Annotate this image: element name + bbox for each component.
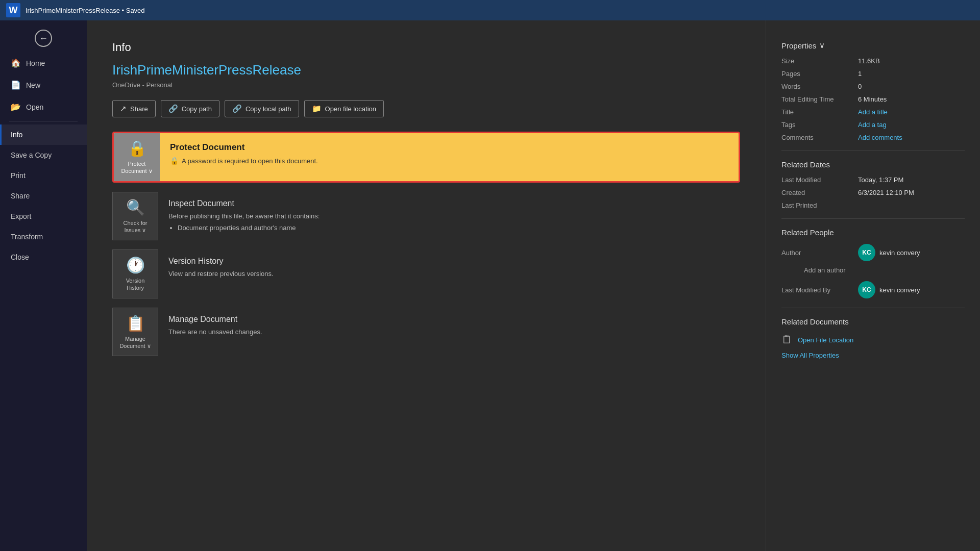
protect-lock-icon: 🔒 xyxy=(170,157,179,165)
version-history-title: Version History xyxy=(168,257,274,266)
props-label-created: Created xyxy=(781,189,853,196)
copy-path-label: Copy path xyxy=(182,105,212,113)
props-value-tags[interactable]: Add a tag xyxy=(858,121,887,129)
props-label-editing-time: Total Editing Time xyxy=(781,95,853,103)
protect-description: 🔒 A password is required to open this do… xyxy=(170,157,318,165)
properties-panel: Properties ∨ Size 11.6KB Pages 1 Words 0… xyxy=(766,20,980,551)
props-value-size: 11.6KB xyxy=(858,57,880,65)
props-row-words: Words 0 xyxy=(781,83,965,90)
home-icon: 🏠 xyxy=(11,58,21,68)
props-row-title: Title Add a title xyxy=(781,108,965,116)
properties-chevron: ∨ xyxy=(819,41,825,50)
props-label-last-modified: Last Modified xyxy=(781,176,853,184)
author-name: kevin convery xyxy=(879,249,920,257)
protect-document-button[interactable]: 🔒 ProtectDocument ∨ xyxy=(114,133,160,181)
add-author-link[interactable]: Add an author xyxy=(804,266,965,274)
sidebar-item-transform[interactable]: Transform xyxy=(0,227,87,247)
props-label-tags: Tags xyxy=(781,121,853,129)
open-icon: 📂 xyxy=(11,102,21,112)
sidebar-item-export[interactable]: Export xyxy=(0,206,87,227)
titlebar-title: IrishPrimeMinisterPressRelease • Saved xyxy=(26,7,145,14)
props-value-comments[interactable]: Add comments xyxy=(858,134,902,141)
sidebar-divider-1 xyxy=(9,121,78,121)
sidebar-item-save-copy[interactable]: Save a Copy xyxy=(0,145,87,165)
sidebar-label-transform: Transform xyxy=(11,233,43,241)
copy-path-button[interactable]: 🔗 Copy path xyxy=(161,100,219,117)
open-file-location-link[interactable]: Open File Location xyxy=(798,336,853,344)
show-all-properties-link[interactable]: Show All Properties xyxy=(781,352,965,359)
props-label-comments: Comments xyxy=(781,134,853,141)
manage-document-button[interactable]: 📋 ManageDocument ∨ xyxy=(112,308,158,357)
props-divider-2 xyxy=(781,218,965,219)
manage-doc-icon: 📋 xyxy=(126,314,145,332)
copy-local-path-icon: 🔗 xyxy=(232,104,242,113)
sidebar: ← 🏠 Home 📄 New 📂 Open Info Save a Copy P… xyxy=(0,20,87,551)
check-for-issues-button[interactable]: 🔍 Check forIssues ∨ xyxy=(112,192,158,241)
related-docs-title: Related Documents xyxy=(781,317,965,326)
inspect-icon-label: Check forIssues ∨ xyxy=(123,219,147,234)
open-file-location-button[interactable]: 📁 Open file location xyxy=(304,100,384,117)
new-icon: 📄 xyxy=(11,80,21,90)
last-modified-by-avatar: KC xyxy=(858,281,875,298)
protect-document-content: Protect Document 🔒 A password is require… xyxy=(160,133,328,181)
sidebar-label-new: New xyxy=(26,81,40,89)
sidebar-item-home[interactable]: 🏠 Home xyxy=(0,52,87,74)
copy-local-path-label: Copy local path xyxy=(246,105,291,113)
version-history-button[interactable]: 🕐 VersionHistory xyxy=(112,249,158,298)
sidebar-item-close[interactable]: Close xyxy=(0,247,87,267)
props-row-pages: Pages 1 xyxy=(781,70,965,78)
sidebar-label-home: Home xyxy=(26,59,45,67)
protect-document-card: 🔒 ProtectDocument ∨ Protect Document 🔒 A… xyxy=(112,132,740,183)
page-title: Info xyxy=(112,41,740,54)
related-people-title: Related People xyxy=(781,228,965,237)
share-btn-icon: ↗ xyxy=(120,104,127,113)
open-file-loc-icon: 📁 xyxy=(312,104,322,113)
props-label-author: Author xyxy=(781,249,853,257)
related-doc-row: 🗒 Open File Location xyxy=(781,333,965,346)
copy-local-path-button[interactable]: 🔗 Copy local path xyxy=(225,100,299,117)
inspect-description: Before publishing this file, be aware th… xyxy=(168,211,320,233)
sidebar-item-share[interactable]: Share xyxy=(0,186,87,206)
props-label-size: Size xyxy=(781,57,853,65)
last-modified-by-name: kevin convery xyxy=(879,286,920,294)
protect-title: Protect Document xyxy=(170,142,318,153)
props-divider-1 xyxy=(781,151,965,151)
manage-document-content: Manage Document There are no unsaved cha… xyxy=(158,308,273,344)
props-label-last-printed: Last Printed xyxy=(781,202,853,209)
sidebar-label-close: Close xyxy=(11,253,29,261)
props-value-last-modified: Today, 1:37 PM xyxy=(858,176,903,184)
sidebar-label-print: Print xyxy=(11,171,26,180)
sidebar-label-save-copy: Save a Copy xyxy=(11,151,52,159)
sidebar-label-info: Info xyxy=(11,131,22,139)
lock-icon: 🔒 xyxy=(128,139,146,157)
word-icon: W xyxy=(6,3,20,17)
copy-path-icon: 🔗 xyxy=(168,104,178,113)
author-info: KC kevin convery xyxy=(858,244,920,261)
props-row-size: Size 11.6KB xyxy=(781,57,965,65)
props-label-pages: Pages xyxy=(781,70,853,78)
manage-doc-title: Manage Document xyxy=(168,315,262,324)
manage-doc-description: There are no unsaved changes. xyxy=(168,327,262,337)
props-row-editing-time: Total Editing Time 6 Minutes xyxy=(781,95,965,103)
props-label-title: Title xyxy=(781,108,853,116)
props-value-pages: 1 xyxy=(858,70,862,78)
sidebar-item-open[interactable]: 📂 Open xyxy=(0,96,87,118)
props-row-tags: Tags Add a tag xyxy=(781,121,965,129)
props-value-words: 0 xyxy=(858,83,862,90)
back-button[interactable]: ← xyxy=(0,24,87,52)
props-value-created: 6/3/2021 12:10 PM xyxy=(858,189,914,196)
props-row-last-modified-by: Last Modified By KC kevin convery xyxy=(781,281,965,298)
inspect-icon: 🔍 xyxy=(126,198,145,216)
share-button[interactable]: ↗ Share xyxy=(112,100,156,117)
sidebar-item-new[interactable]: 📄 New xyxy=(0,74,87,96)
sidebar-item-info[interactable]: Info xyxy=(0,124,87,145)
version-history-icon-label: VersionHistory xyxy=(126,277,145,292)
sidebar-label-share: Share xyxy=(11,192,30,200)
author-avatar: KC xyxy=(858,244,875,261)
sidebar-item-print[interactable]: Print xyxy=(0,165,87,186)
titlebar: W IrishPrimeMinisterPressRelease • Saved xyxy=(0,0,980,20)
open-file-loc-label: Open file location xyxy=(325,105,376,113)
props-value-title[interactable]: Add a title xyxy=(858,108,888,116)
inspect-document-card: 🔍 Check forIssues ∨ Inspect Document Bef… xyxy=(112,192,740,241)
props-row-comments: Comments Add comments xyxy=(781,134,965,141)
